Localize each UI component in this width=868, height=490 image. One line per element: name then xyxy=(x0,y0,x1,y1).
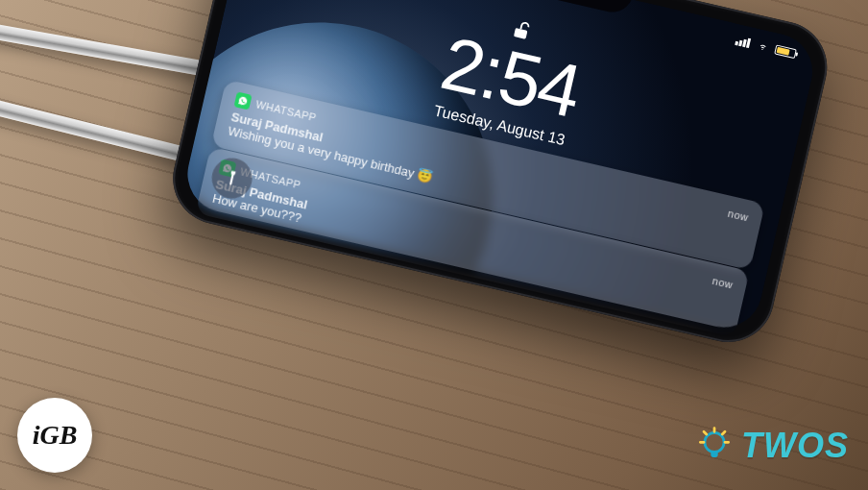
battery-icon xyxy=(774,44,797,59)
notification-time: now xyxy=(711,275,735,291)
wifi-icon xyxy=(756,40,771,53)
lock-screen[interactable]: Airtel 2:54 Tuesday, August 13 WHATSAPP xyxy=(181,0,820,335)
notification-time: now xyxy=(727,208,750,224)
lightbulb-icon xyxy=(693,425,735,467)
igb-logo: iGB xyxy=(17,398,92,473)
igb-logo-text: iGB xyxy=(33,420,78,451)
svg-rect-0 xyxy=(514,28,528,39)
twos-logo: TWOS xyxy=(693,425,849,467)
signal-icon xyxy=(735,36,752,48)
whatsapp-icon xyxy=(233,91,252,110)
twos-logo-text: TWOS xyxy=(741,426,849,466)
svg-point-1 xyxy=(705,432,724,452)
phone-body: Airtel 2:54 Tuesday, August 13 WHATSAPP xyxy=(164,0,836,351)
status-right xyxy=(735,36,797,59)
